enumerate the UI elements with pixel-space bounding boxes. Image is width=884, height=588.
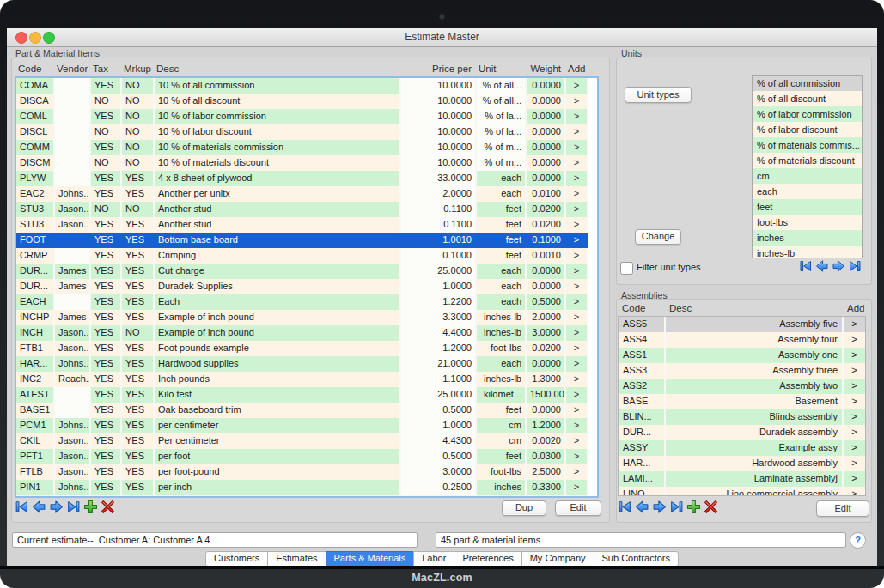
table-row[interactable]: BASE1YESYESOak baseboard trim0.5000feet0… <box>16 403 588 418</box>
cell-add[interactable]: > <box>566 109 588 124</box>
table-row[interactable]: EACHYESYESEach1.2200each0.5000> <box>16 294 588 310</box>
unit-list-item[interactable]: % of labor commission <box>753 106 862 122</box>
assembly-cell-add[interactable]: > <box>844 471 866 487</box>
first-record-icon[interactable] <box>15 500 29 514</box>
tab-sub-contractors[interactable]: Sub Contractors <box>594 551 679 567</box>
table-row[interactable]: PCM1Johns...YESYESper centimeter1.0000cm… <box>16 418 588 433</box>
cell-add[interactable]: > <box>566 356 588 372</box>
tab-parts-materials[interactable]: Parts & Materials <box>326 551 415 567</box>
last-record-icon[interactable] <box>848 259 862 273</box>
table-row[interactable]: FTB1Jason...YESYESFoot pounds example1.2… <box>16 341 588 356</box>
cell-add[interactable]: > <box>566 264 588 279</box>
cell-add[interactable]: > <box>566 372 588 387</box>
table-row[interactable]: CKILJason...YESYESPer centimeter4.4300cm… <box>16 433 588 449</box>
assembly-cell-add[interactable]: > <box>844 394 866 409</box>
table-row[interactable]: PLYWYESYES4 x 8 sheet of plywood33.0000e… <box>16 171 588 186</box>
table-row[interactable]: PIN1Johns...YESYESper inch0.2500inches0.… <box>16 480 588 495</box>
first-record-icon[interactable] <box>799 259 813 273</box>
cell-add[interactable]: > <box>566 78 588 94</box>
assembly-row[interactable]: ASS3Assembly three> <box>619 363 865 379</box>
delete-record-icon[interactable] <box>704 500 718 514</box>
assembly-row[interactable]: LINO...Lino commercial assembly> <box>619 487 865 496</box>
delete-record-icon[interactable] <box>101 500 115 514</box>
unit-list-item[interactable]: % of materials commis... <box>753 137 862 153</box>
table-row[interactable]: FOOTYESYESBottom base board1.0010feet0.1… <box>16 233 588 248</box>
cell-add[interactable]: > <box>566 325 588 341</box>
assembly-row[interactable]: ASSYExample assy> <box>619 440 865 456</box>
table-row[interactable]: DUR...JamesYESYESCut charge25.0000each0.… <box>16 264 588 279</box>
add-record-icon[interactable] <box>83 500 98 514</box>
cell-add[interactable]: > <box>566 464 588 480</box>
filter-unit-types-checkbox[interactable] <box>620 262 633 275</box>
cell-add[interactable]: > <box>566 387 588 403</box>
assembly-row[interactable]: ASS1Assembly one> <box>619 348 865 363</box>
dup-button[interactable]: Dup <box>502 500 546 516</box>
unit-list-item[interactable]: % of materials discount <box>753 153 862 168</box>
table-row[interactable]: EAC2Johns...YESYESAnother per unitx2.000… <box>16 186 588 202</box>
tab-customers[interactable]: Customers <box>205 551 268 567</box>
assemblies-edit-button[interactable]: Edit <box>816 500 869 517</box>
help-button[interactable]: ? <box>850 532 866 549</box>
table-row[interactable]: DISCMNONO10 % of materials discount10.00… <box>16 155 588 171</box>
assembly-cell-add[interactable]: > <box>844 425 866 440</box>
assembly-cell-add[interactable]: > <box>844 487 866 496</box>
next-record-icon[interactable] <box>652 500 667 514</box>
unit-list-item[interactable]: % of all commission <box>753 76 862 91</box>
tab-labor[interactable]: Labor <box>413 551 454 567</box>
table-row[interactable]: CRMPYESYESCrimping0.1000feet0.0010> <box>16 248 588 264</box>
tab-my-company[interactable]: My Company <box>521 551 594 567</box>
unit-list-item[interactable]: cm <box>753 168 862 184</box>
assembly-row[interactable]: HAR...Hardwood assembly> <box>619 456 865 471</box>
cell-add[interactable]: > <box>566 217 588 233</box>
cell-add[interactable]: > <box>566 140 588 155</box>
table-row[interactable]: COMLYESNO10 % of labor commission10.0000… <box>16 109 588 124</box>
cell-add[interactable]: > <box>566 449 588 464</box>
table-row[interactable]: INC2Reach...YESYESInch pounds1.1000inche… <box>16 372 588 387</box>
unit-types-button[interactable]: Unit types <box>625 87 692 103</box>
tab-preferences[interactable]: Preferences <box>454 551 521 567</box>
assembly-row[interactable]: ASS5Assembly five> <box>619 317 865 332</box>
assembly-cell-add[interactable]: > <box>844 379 866 394</box>
assembly-row[interactable]: ASS2Assembly two> <box>619 379 865 394</box>
assembly-cell-add[interactable]: > <box>844 317 866 332</box>
cell-add[interactable]: > <box>566 403 588 418</box>
cell-add[interactable] <box>566 495 588 498</box>
cell-add[interactable]: > <box>566 124 588 140</box>
table-row[interactable]: DUR...JamesYESYESDuradek Supplies1.0000e… <box>16 279 588 294</box>
cell-add[interactable]: > <box>566 186 588 202</box>
unit-list-item[interactable]: foot-lbs <box>753 215 862 230</box>
assembly-row[interactable]: DUR...Duradek assembly> <box>619 425 865 440</box>
unit-list-item[interactable]: inches <box>753 230 862 246</box>
assembly-row[interactable]: BLIN...Blinds assembly> <box>619 409 865 425</box>
cell-add[interactable]: > <box>566 279 588 294</box>
next-record-icon[interactable] <box>49 500 64 514</box>
prev-record-icon[interactable] <box>635 500 649 514</box>
cell-add[interactable]: > <box>566 310 588 325</box>
cell-add[interactable]: > <box>566 233 588 248</box>
cell-add[interactable]: > <box>566 155 588 171</box>
table-row[interactable]: STU3Jason...NONOAnother stud0.1100feet0.… <box>16 202 588 217</box>
assembly-cell-add[interactable]: > <box>844 332 866 348</box>
cell-add[interactable]: > <box>566 202 588 217</box>
table-row[interactable]: COMAYESNO10 % of all commission10.0000% … <box>16 78 588 94</box>
change-button[interactable]: Change <box>635 229 681 245</box>
table-row[interactable]: INCHPJamesYESYESExample of inch pound3.3… <box>16 310 588 325</box>
unit-list-item[interactable]: % of all discount <box>753 91 862 106</box>
prev-record-icon[interactable] <box>32 500 46 514</box>
first-record-icon[interactable] <box>618 500 632 514</box>
tab-estimates[interactable]: Estimates <box>267 551 326 567</box>
cell-add[interactable]: > <box>566 248 588 264</box>
table-row[interactable]: STU3Jason...YESYESAnother stud0.1100feet… <box>16 217 588 233</box>
table-row[interactable]: PINO... <box>16 495 588 498</box>
assembly-row[interactable]: ASS4Assembly four> <box>619 332 865 348</box>
assembly-cell-add[interactable]: > <box>844 348 866 363</box>
cell-add[interactable]: > <box>566 433 588 449</box>
parts-edit-button[interactable]: Edit <box>555 500 601 516</box>
table-row[interactable]: ATESTYESYESKilo test25.0000kilomet...150… <box>16 387 588 403</box>
next-record-icon[interactable] <box>832 259 845 273</box>
assembly-cell-add[interactable]: > <box>844 409 866 425</box>
parts-table-scrollbar[interactable] <box>588 78 597 496</box>
add-record-icon[interactable] <box>686 500 701 514</box>
last-record-icon[interactable] <box>669 500 684 514</box>
assembly-cell-add[interactable]: > <box>844 456 866 471</box>
